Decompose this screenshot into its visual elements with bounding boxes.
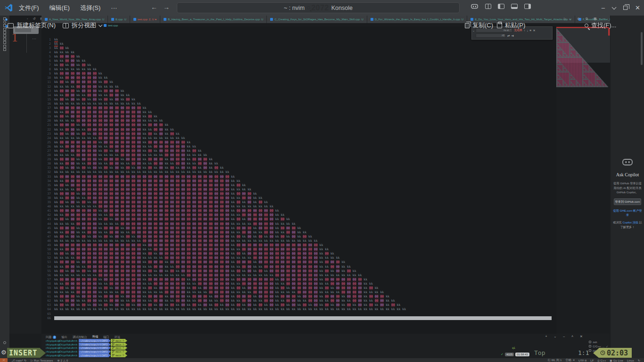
menu-item-3[interactable]: ··· — [111, 4, 117, 11]
editor-tab[interactable]: test.cpp2, U ● — [130, 16, 160, 23]
code-token: 00 — [220, 295, 224, 298]
menu-item-1[interactable]: 编辑(E) — [50, 4, 70, 12]
code-token: kk — [148, 145, 152, 148]
code-token: kk — [380, 307, 384, 311]
code-token: 00 — [121, 183, 124, 187]
text-editor[interactable]: 1kk2kkkk3kk00kk4kkkkkkkk5kk000000kk6kkkk… — [41, 26, 556, 335]
code-token: 00 — [137, 265, 141, 269]
editor-line: 45kk000000kk000000kk000000kk000000000000… — [41, 226, 556, 230]
git-branch-item[interactable]: ⎇ main* ↻ — [11, 359, 26, 362]
code-token: 00 — [187, 205, 190, 208]
back-icon[interactable]: ← — [151, 3, 157, 11]
status-item-UTF-8[interactable]: UTF-8 — [578, 359, 587, 362]
breadcrumb[interactable]: test.cpp — [104, 24, 118, 27]
github-signin-button[interactable]: 登录到 GitHub.com — [614, 198, 641, 205]
konsole-find-button[interactable]: 查找(F)... — [585, 21, 616, 30]
test-icon[interactable] — [3, 48, 6, 51]
restore-button[interactable] — [623, 6, 627, 10]
line-number: 51 — [41, 252, 51, 255]
menu-item-0[interactable]: 文件(F) — [19, 4, 39, 12]
status-item-C++[interactable]: {}C++ — [597, 359, 606, 362]
extensions-icon[interactable] — [3, 31, 6, 34]
code-token: 00 — [237, 286, 240, 290]
replace-one-icon[interactable]: ⇄ — [507, 34, 510, 38]
customize-layout-icon[interactable] — [485, 4, 491, 9]
problems-item[interactable]: ⊗ 2 △ 0 — [57, 359, 68, 362]
code-token: 00 — [259, 247, 263, 251]
references-icon[interactable] — [3, 41, 6, 44]
chart-icon[interactable] — [3, 38, 6, 41]
manage-gear-icon[interactable]: ⚙ — [1, 349, 7, 356]
code-token: 00 — [192, 226, 196, 230]
code-token: 00 — [308, 278, 312, 281]
workspace-search[interactable]: 2072 — [307, 4, 329, 12]
code-token: 00 — [115, 175, 119, 179]
terminal-panel-actions[interactable]: + ⌄ – ˄ ✕ — [545, 335, 586, 338]
code-token: kk — [198, 149, 202, 153]
panel-scrollbar[interactable] — [641, 32, 643, 65]
copilot-icon[interactable] — [471, 3, 479, 10]
find-in-selection-icon[interactable]: ≡ — [530, 29, 532, 32]
next-match-icon[interactable]: ↓ — [527, 29, 528, 32]
status-item-Linux[interactable]: Linux — [627, 359, 634, 362]
remote-indicator[interactable]: ⤫ — [0, 358, 8, 362]
terminal-output[interactable]: chiyoyuki@ChiyoYukiArch~/codes/xcpc/cf/2… — [46, 339, 127, 357]
status-item-Go Live[interactable]: ◉Go Live — [610, 359, 623, 362]
editor-tab[interactable]: C_Creating_Keys_for_StORages_Has_Become_… — [267, 16, 367, 23]
code-token: 00 — [176, 256, 180, 260]
terminal-instance[interactable]: zsh — [589, 340, 608, 344]
ghe-signin-link[interactable]: 使用 GHE.com 帐户登录 — [611, 208, 644, 217]
konsole-new-tab-button[interactable]: 新建标签页(N) — [8, 21, 56, 30]
command-center[interactable]: ~ : nvim 2072 Konsole — [177, 2, 460, 13]
editor-line: 36kkkkkkkk000000000000000000000000000000… — [41, 187, 556, 191]
run-testcases-item[interactable]: ▷ Run Testcases — [31, 359, 53, 362]
code-token: 00 — [148, 278, 152, 281]
replace-input[interactable]: AB — [476, 33, 506, 38]
forward-icon[interactable]: → — [163, 3, 170, 11]
close-find-icon[interactable]: ✕ — [533, 29, 535, 33]
status-item-行 66, 列 1[interactable]: 行 66, 列 1 — [548, 358, 562, 362]
editor-tab[interactable]: E.cppU — [108, 16, 130, 23]
code-token: 00 — [292, 226, 296, 230]
code-token: kk — [198, 286, 202, 290]
code-token: 00 — [137, 162, 141, 165]
code-token: 00 — [121, 290, 124, 294]
code-token: 00 — [203, 230, 207, 234]
code-token: kk — [154, 153, 157, 157]
menu-item-2[interactable]: 选择(S) — [80, 4, 100, 12]
code-token: 00 — [65, 278, 69, 281]
code-token: 00 — [87, 179, 91, 183]
code-token: 00 — [115, 256, 119, 260]
konsole-menu-button[interactable] — [629, 22, 637, 27]
code-token: kk — [87, 307, 91, 311]
close-button[interactable]: ✕ — [635, 4, 640, 11]
code-token: 00 — [82, 179, 86, 183]
editor-tab[interactable]: D_For_Wizards_the_Exam_Is_Easy_but_I_Cou… — [367, 16, 467, 23]
remote-explorer-icon[interactable] — [3, 34, 6, 37]
status-item-空格: 4[interactable]: 空格: 4 — [565, 358, 574, 362]
account-icon[interactable] — [3, 341, 6, 344]
code-token: kk — [121, 239, 124, 243]
konsole-split-view-button[interactable]: 拆分视图 — [63, 21, 102, 30]
keep-below-icon[interactable] — [612, 5, 617, 9]
code-token: kk — [297, 235, 301, 239]
code-token: 00 — [203, 243, 207, 247]
hand-icon[interactable] — [3, 45, 6, 48]
minimap[interactable] — [556, 27, 610, 88]
minimize-button[interactable]: – — [602, 4, 605, 11]
toggle-secondary-sidebar-icon[interactable] — [524, 4, 531, 9]
status-item-↻[interactable]: ↻ — [638, 359, 640, 362]
toggle-panel-icon[interactable] — [511, 4, 518, 9]
code-token: 00 — [60, 89, 64, 93]
status-item-LF[interactable]: LF — [590, 359, 594, 362]
search-icon[interactable] — [3, 21, 6, 24]
toggle-primary-sidebar-icon[interactable] — [498, 4, 504, 9]
replace-all-icon[interactable]: ⇉ — [511, 34, 513, 38]
walkthrough-link[interactable]: Copilot 演练 — [623, 221, 638, 224]
code-token: 00 — [115, 213, 119, 217]
code-token: 00 — [353, 290, 356, 294]
konsole-paste-button[interactable]: 粘贴(P) — [497, 21, 525, 30]
code-token: 00 — [248, 269, 251, 273]
editor-tab[interactable]: B_Having_Been_a_Treasurer_in_the_Past_I_… — [160, 16, 267, 23]
konsole-copy-button[interactable]: 复制(C) — [465, 21, 493, 30]
